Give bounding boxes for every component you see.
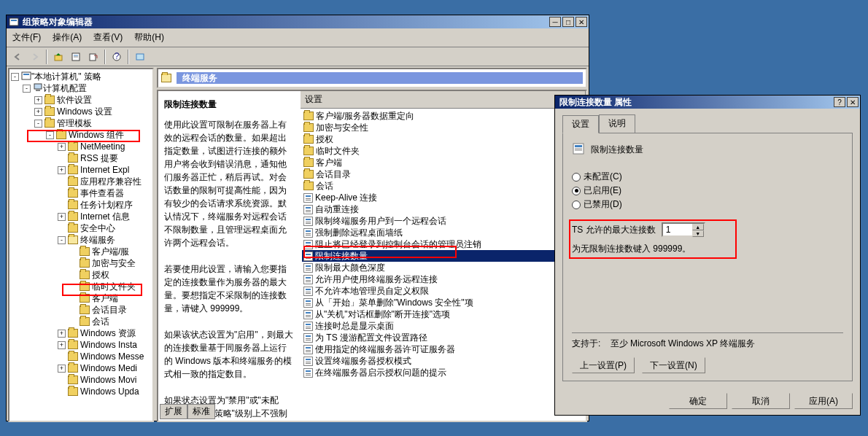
expander[interactable]: + (58, 213, 66, 221)
tab-standard[interactable]: 标准 (187, 404, 215, 419)
expander[interactable]: + (34, 108, 42, 116)
expander[interactable]: + (58, 330, 66, 338)
list-item[interactable]: 阻止将已经登录到控制台会话的管理员注销 (302, 238, 584, 250)
list-item[interactable]: 授权 (302, 133, 584, 145)
list-item[interactable]: 客户端 (302, 157, 584, 168)
expander[interactable]: + (58, 365, 66, 373)
export-button[interactable] (85, 49, 101, 65)
properties-button[interactable] (68, 49, 84, 65)
prev-setting-button[interactable]: 上一设置(P) (572, 357, 635, 373)
tree-item[interactable]: +NetMeeting (11, 141, 151, 152)
list-item[interactable]: 加密与安全性 (302, 122, 584, 133)
list-item[interactable]: 允许用户使用终端服务远程连接 (302, 273, 584, 285)
tree-item[interactable]: 任务计划程序 (11, 199, 151, 211)
tree-item[interactable]: 客户端 (11, 292, 151, 304)
tree-item[interactable]: -管理模板 (11, 117, 151, 129)
up-button[interactable] (50, 49, 66, 65)
minimize-button[interactable]: ─ (549, 17, 561, 27)
list-item[interactable]: 使用指定的终端服务器许可证服务器 (302, 343, 584, 355)
tree-item[interactable]: Windows Movi (11, 374, 151, 386)
help-button[interactable]: ? (834, 97, 845, 107)
close-button[interactable]: ✕ (847, 97, 859, 107)
tree-item[interactable]: -计算机配置 (11, 82, 151, 94)
menu-file[interactable]: 文件(F) (9, 30, 44, 45)
tree-item[interactable]: 加密与安全 (11, 257, 151, 269)
expander[interactable]: - (23, 85, 31, 93)
tree-item[interactable]: +Windows Insta (11, 339, 151, 351)
list-item[interactable]: 设置终端服务器授权模式 (302, 355, 584, 367)
tree-item[interactable]: Windows Messe (11, 351, 151, 362)
ok-button[interactable]: 确定 (669, 393, 727, 409)
radio-disabled[interactable]: 已禁用(D) (572, 198, 843, 211)
list-item[interactable]: 限制最大颜色深度 (302, 262, 584, 273)
expander[interactable]: + (58, 143, 66, 151)
spin-text[interactable] (663, 224, 692, 235)
radio-unconfigured[interactable]: 未配置(C) (572, 171, 843, 183)
list-item[interactable]: 客户端/服务器数据重定向 (302, 110, 584, 122)
apply-button[interactable]: 应用(A) (794, 393, 853, 409)
list-item[interactable]: 临时文件夹 (302, 145, 584, 157)
next-setting-button[interactable]: 下一设置(N) (642, 357, 705, 373)
help-button[interactable]: ? (109, 49, 125, 65)
tree-item[interactable]: 会话 (11, 316, 151, 327)
tree-item[interactable]: +Windows 设置 (11, 106, 151, 117)
radio-label: 已启用(E) (584, 184, 621, 197)
filter-button[interactable] (132, 49, 148, 65)
tree-item[interactable]: Windows Upda (11, 386, 151, 397)
list-header[interactable]: 设置 (301, 91, 586, 109)
back-button[interactable] (9, 49, 26, 65)
expander[interactable]: - (34, 120, 42, 128)
expander[interactable]: + (58, 341, 66, 349)
tree-item[interactable]: +Windows Medi (11, 362, 151, 374)
spin-down[interactable]: ▼ (692, 230, 704, 237)
menu-help[interactable]: 帮助(H) (131, 30, 167, 45)
tree-item[interactable]: +软件设置 (11, 94, 151, 106)
list-item[interactable]: Keep-Alive 连接 (302, 192, 584, 203)
list-item[interactable]: 限制终端服务用户到一个远程会话 (302, 215, 584, 227)
tree-item[interactable]: 应用程序兼容性 (11, 176, 151, 187)
list-item[interactable]: 在终端服务器启示授权问题的提示 (302, 367, 584, 378)
tree-item[interactable]: +Internet 信息 (11, 211, 151, 222)
list-item[interactable]: 为 TS 漫游配置文件设置路径 (302, 332, 584, 343)
list-item[interactable]: 强制删除远程桌面墙纸 (302, 227, 584, 238)
tree-item[interactable]: 授权 (11, 269, 151, 281)
list-item[interactable]: 自动重连接 (302, 203, 584, 215)
item-row: 限制连接数量 (572, 142, 843, 157)
tab-explain[interactable]: 说明 (599, 114, 635, 133)
tree-item[interactable]: 临时文件夹 (11, 281, 151, 292)
list-item[interactable]: 从"关机"对话框删除"断开连接"选项 (302, 308, 584, 320)
list-item[interactable]: 会话 (302, 180, 584, 192)
cancel-button[interactable]: 取消 (732, 393, 790, 409)
tree-item[interactable]: -"本地计算机" 策略 (11, 71, 151, 82)
tree-item[interactable]: +Internet Expl (11, 164, 151, 176)
radio-enabled[interactable]: 已启用(E) (572, 184, 843, 197)
tab-extended[interactable]: 扩展 (160, 404, 187, 419)
menu-view[interactable]: 查看(V) (90, 30, 125, 45)
tree-item[interactable]: -Windows 组件 (11, 129, 151, 141)
tree-item[interactable]: 客户端/服 (11, 246, 151, 257)
tree-item[interactable]: 安全中心 (11, 222, 151, 234)
tree-item[interactable]: 事件查看器 (11, 187, 151, 199)
forward-button[interactable] (27, 49, 43, 65)
expander[interactable]: - (46, 131, 54, 139)
list-item[interactable]: 限制连接数量 (302, 250, 584, 262)
expander[interactable]: + (34, 96, 42, 104)
menu-action[interactable]: 操作(A) (50, 30, 85, 45)
tree-item[interactable]: RSS 提要 (11, 152, 151, 164)
list-item[interactable]: 不允许本地管理员自定义权限 (302, 285, 584, 297)
list-item[interactable]: 从「开始」菜单删除"Windows 安全性"项 (302, 297, 584, 308)
maximize-button[interactable]: □ (562, 17, 574, 27)
expander[interactable]: + (58, 166, 66, 174)
tab-setting[interactable]: 设置 (562, 115, 599, 133)
tree-item[interactable]: +Windows 资源 (11, 327, 151, 339)
list-item[interactable]: 会话目录 (302, 168, 584, 180)
spin-up[interactable]: ▲ (692, 224, 704, 230)
close-button[interactable]: ✕ (576, 17, 587, 27)
expander[interactable]: - (58, 236, 66, 244)
tree-item[interactable]: -终端服务 (11, 234, 151, 246)
tree-item[interactable]: 会话目录 (11, 304, 151, 316)
expander[interactable]: - (11, 73, 19, 81)
tree-pane[interactable]: -"本地计算机" 策略-计算机配置+软件设置+Windows 设置-管理模板-W… (8, 68, 154, 422)
max-connections-input[interactable]: ▲▼ (662, 222, 705, 237)
list-item[interactable]: 连接时总是显示桌面 (302, 320, 584, 332)
